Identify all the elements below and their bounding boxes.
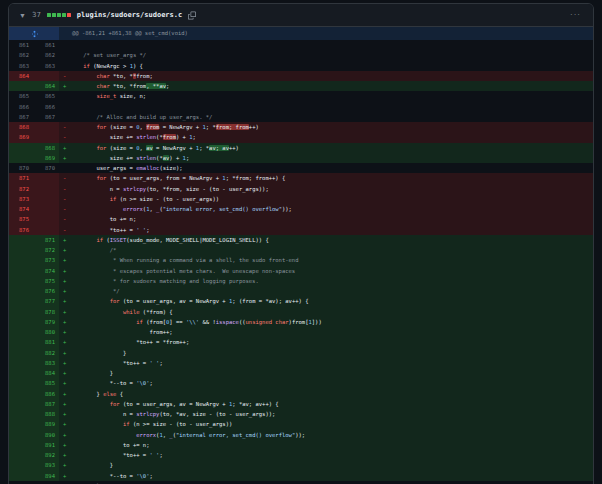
new-line-number[interactable] <box>33 225 59 235</box>
old-line-number[interactable] <box>9 368 33 378</box>
old-line-number[interactable] <box>9 286 33 296</box>
new-line-number[interactable]: 865 <box>33 91 59 101</box>
new-line-number[interactable]: 872 <box>33 245 59 255</box>
old-line-number[interactable] <box>9 296 33 306</box>
old-line-number[interactable]: 872 <box>9 184 33 194</box>
kebab-menu-button[interactable]: ··· <box>568 11 583 19</box>
old-line-number[interactable] <box>9 460 33 470</box>
file-path[interactable]: plugins/sudoers/sudoers.c <box>77 11 182 19</box>
old-line-number[interactable] <box>9 399 33 409</box>
new-line-number[interactable]: 892 <box>33 450 59 460</box>
new-line-number[interactable]: 884 <box>33 368 59 378</box>
new-line-number[interactable] <box>33 184 59 194</box>
new-line-number[interactable]: 879 <box>33 317 59 327</box>
old-line-number[interactable] <box>9 255 33 265</box>
old-line-number[interactable]: 867 <box>9 112 33 122</box>
old-line-number[interactable]: 876 <box>9 225 33 235</box>
new-line-number[interactable]: 885 <box>33 378 59 388</box>
added-line: 882+ } <box>9 348 593 358</box>
new-line-number[interactable] <box>33 71 59 81</box>
old-line-number[interactable]: 871 <box>9 173 33 183</box>
old-line-number[interactable] <box>9 440 33 450</box>
old-line-number[interactable]: 868 <box>9 122 33 132</box>
new-line-number[interactable]: 870 <box>33 163 59 173</box>
new-line-number[interactable]: 891 <box>33 440 59 450</box>
old-line-number[interactable]: 863 <box>9 61 33 71</box>
new-line-number[interactable]: 862 <box>33 50 59 60</box>
new-line-number[interactable]: 886 <box>33 389 59 399</box>
old-line-number[interactable] <box>9 266 33 276</box>
old-line-number[interactable] <box>9 235 33 245</box>
old-line-number[interactable] <box>9 317 33 327</box>
old-line-number[interactable]: 861 <box>9 40 33 50</box>
old-line-number[interactable]: 864 <box>9 71 33 81</box>
new-line-number[interactable]: 867 <box>33 112 59 122</box>
old-line-number[interactable] <box>9 450 33 460</box>
new-line-number[interactable]: 893 <box>33 460 59 470</box>
new-line-number[interactable] <box>33 122 59 132</box>
new-line-number[interactable]: 871 <box>33 235 59 245</box>
old-line-number[interactable] <box>9 348 33 358</box>
added-line: 874+ * escapes potential meta chars. We … <box>9 266 593 276</box>
old-line-number[interactable] <box>9 378 33 388</box>
new-line-number[interactable]: 882 <box>33 348 59 358</box>
code-content: size += strlen(*from) + 1; <box>70 132 593 142</box>
old-line-number[interactable]: 874 <box>9 204 33 214</box>
new-line-number[interactable]: 861 <box>33 40 59 50</box>
new-line-number[interactable]: 863 <box>33 61 59 71</box>
new-line-number[interactable]: 887 <box>33 399 59 409</box>
old-line-number[interactable] <box>9 81 33 91</box>
new-line-number[interactable] <box>33 173 59 183</box>
old-line-number[interactable]: 866 <box>9 102 33 112</box>
old-line-number[interactable] <box>9 143 33 153</box>
old-line-number[interactable]: 865 <box>9 91 33 101</box>
new-line-number[interactable]: 890 <box>33 430 59 440</box>
old-line-number[interactable] <box>9 276 33 286</box>
old-line-number[interactable] <box>9 471 33 481</box>
old-line-number[interactable] <box>9 419 33 429</box>
new-line-number[interactable] <box>33 214 59 224</box>
new-line-number[interactable]: 878 <box>33 307 59 317</box>
new-line-number[interactable]: 866 <box>33 102 59 112</box>
old-line-number[interactable] <box>9 430 33 440</box>
code-content: while (*from) { <box>70 307 593 317</box>
new-line-number[interactable]: 864 <box>33 81 59 91</box>
old-line-number[interactable] <box>9 409 33 419</box>
old-line-number[interactable] <box>9 327 33 337</box>
old-line-number[interactable]: 875 <box>9 214 33 224</box>
code-token: ISSET <box>110 237 127 243</box>
new-line-number[interactable]: 883 <box>33 358 59 368</box>
expand-hunk-button[interactable] <box>9 27 59 40</box>
new-line-number[interactable]: 877 <box>33 296 59 306</box>
code-token <box>70 73 97 79</box>
new-line-number[interactable]: 889 <box>33 419 59 429</box>
old-line-number[interactable] <box>9 389 33 399</box>
old-line-number[interactable]: 862 <box>9 50 33 60</box>
new-line-number[interactable]: 873 <box>33 255 59 265</box>
old-line-number[interactable]: 870 <box>9 163 33 173</box>
new-line-number[interactable] <box>33 204 59 214</box>
old-line-number[interactable] <box>9 358 33 368</box>
new-line-number[interactable]: 868 <box>33 143 59 153</box>
new-line-number[interactable]: 869 <box>33 153 59 163</box>
new-line-number[interactable]: 881 <box>33 337 59 347</box>
new-line-number[interactable]: 888 <box>33 409 59 419</box>
old-line-number[interactable]: 869 <box>9 132 33 142</box>
old-line-number[interactable] <box>9 153 33 163</box>
code-token: } <box>70 391 103 397</box>
old-line-number[interactable] <box>9 245 33 255</box>
old-line-number[interactable]: 873 <box>9 194 33 204</box>
new-line-number[interactable]: 894 <box>33 471 59 481</box>
new-line-number[interactable]: 874 <box>33 266 59 276</box>
old-line-number[interactable] <box>9 337 33 347</box>
added-line: 879+ if (from[0] == '\\' && !isspace((un… <box>9 317 593 327</box>
new-line-number[interactable]: 876 <box>33 286 59 296</box>
new-line-number[interactable]: 880 <box>33 327 59 337</box>
code-content: } <box>70 368 593 378</box>
new-line-number[interactable] <box>33 132 59 142</box>
new-line-number[interactable]: 875 <box>33 276 59 286</box>
new-line-number[interactable] <box>33 194 59 204</box>
copy-path-button[interactable] <box>188 11 196 20</box>
old-line-number[interactable] <box>9 307 33 317</box>
chevron-down-icon[interactable]: ▼ <box>19 12 26 19</box>
